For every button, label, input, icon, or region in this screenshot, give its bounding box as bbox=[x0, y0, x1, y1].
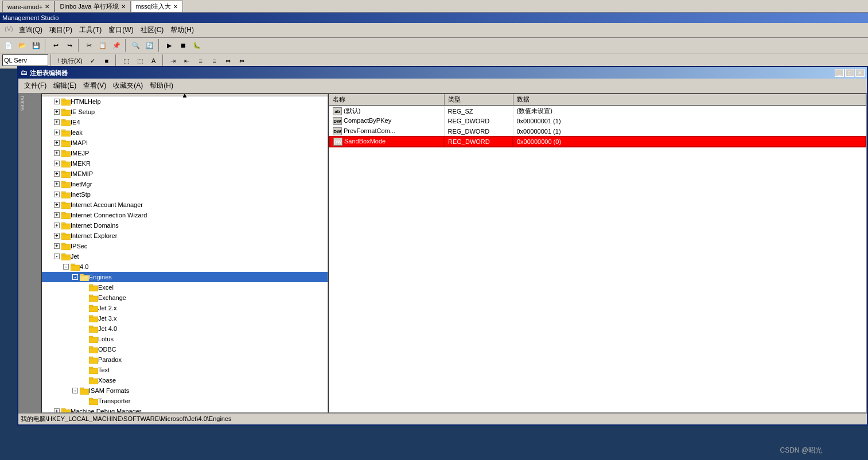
tb-stop2[interactable]: ■ bbox=[100, 54, 113, 67]
expander-inetmgr[interactable]: + bbox=[52, 180, 61, 189]
maximize-button[interactable]: □ bbox=[845, 69, 854, 77]
expander-ie[interactable]: + bbox=[52, 231, 61, 240]
inner-menu-view[interactable]: 查看(V) bbox=[80, 80, 110, 92]
expander-ie4[interactable]: + bbox=[52, 118, 61, 127]
tree-item-isam[interactable]: - ISAM Formats bbox=[42, 385, 328, 396]
tree-item-jet2x[interactable]: Jet 2.x bbox=[42, 303, 328, 313]
tb-debug[interactable]: 🐛 bbox=[190, 39, 203, 52]
expander-imejp[interactable]: + bbox=[52, 149, 61, 158]
expander-icw[interactable]: + bbox=[52, 210, 61, 220]
tab-3-close[interactable]: ✕ bbox=[173, 3, 178, 10]
expander-inetstp[interactable]: + bbox=[52, 190, 61, 199]
tree-item-iesetup[interactable]: + IE Setup bbox=[42, 107, 328, 117]
inner-menu-help[interactable]: 帮助(H) bbox=[146, 80, 177, 92]
tree-item-imemip[interactable]: + IMEMIP bbox=[42, 169, 328, 179]
tb-new[interactable]: 📄 bbox=[2, 39, 15, 52]
tree-item-inetmgr[interactable]: + InetMgr bbox=[42, 179, 328, 189]
expander-mdm[interactable]: + bbox=[52, 407, 61, 413]
inner-menu-favorites[interactable]: 收藏夹(A) bbox=[110, 80, 146, 92]
tb-btn-f[interactable]: ⇔ bbox=[236, 54, 248, 67]
tb-check[interactable]: ✓ bbox=[87, 54, 99, 67]
expander-htmlhelp[interactable]: + bbox=[52, 97, 61, 106]
menu-help[interactable]: 帮助(H) bbox=[167, 24, 197, 36]
tree-item-iam[interactable]: + Internet Account Manager bbox=[42, 200, 328, 210]
tree-item-imekr[interactable]: + IMEKR bbox=[42, 158, 328, 169]
tb-stop[interactable]: ⏹ bbox=[177, 39, 189, 52]
inner-menu-edit[interactable]: 编辑(E) bbox=[50, 80, 80, 92]
menu-tools[interactable]: 工具(T) bbox=[76, 24, 105, 36]
tb-execute[interactable]: ! 执行(X) bbox=[55, 54, 85, 67]
menu-project[interactable]: 项目(P) bbox=[46, 24, 76, 36]
tree-item-inetstp[interactable]: + InetStp bbox=[42, 189, 328, 200]
tb-paste[interactable]: 📌 bbox=[110, 39, 123, 52]
expander-iam[interactable]: + bbox=[52, 200, 61, 209]
menu-window[interactable]: 窗口(W) bbox=[105, 24, 137, 36]
expander-ieak[interactable]: + bbox=[52, 128, 61, 137]
tree-item-jet[interactable]: - Jet bbox=[42, 251, 328, 262]
tb-btn-d[interactable]: ≡ bbox=[208, 54, 221, 67]
expander-imapi[interactable]: + bbox=[52, 138, 61, 147]
expander-engines[interactable]: - bbox=[71, 272, 80, 282]
tree-item-ipsec[interactable]: + IPSec bbox=[42, 241, 328, 251]
tab-3[interactable]: mssql注入大 ✕ bbox=[131, 1, 184, 12]
tb-find[interactable]: 🔍 bbox=[130, 39, 142, 52]
tb-outdent[interactable]: ⇤ bbox=[181, 54, 193, 67]
tree-item-engines[interactable]: - Engines bbox=[42, 272, 328, 282]
tree-item-ie4[interactable]: + IE4 bbox=[42, 117, 328, 127]
tree-panel[interactable]: ▲ + HTMLHelp + IE Setup bbox=[41, 93, 328, 413]
tree-item-exchange[interactable]: Exchange bbox=[42, 293, 328, 303]
tb-run[interactable]: ▶ bbox=[163, 39, 176, 52]
tb-btn-a[interactable]: ⬚ bbox=[120, 54, 133, 67]
tree-item-text[interactable]: Text bbox=[42, 365, 328, 375]
expander-jet[interactable]: - bbox=[52, 252, 61, 261]
tb-copy[interactable]: 📋 bbox=[96, 39, 109, 52]
tab-1[interactable]: ware-amud+ ✕ bbox=[2, 1, 55, 12]
expander-imekr[interactable]: + bbox=[52, 159, 61, 168]
menu-query[interactable]: 查询(Q) bbox=[15, 24, 46, 36]
expander-40[interactable]: - bbox=[61, 262, 71, 271]
tb-btn-b[interactable]: ⬚ bbox=[134, 54, 146, 67]
inner-menu-file[interactable]: 文件(F) bbox=[21, 80, 50, 92]
tree-item-odbc[interactable]: ODBC bbox=[42, 344, 328, 354]
tree-item-40[interactable]: - 4.0 bbox=[42, 262, 328, 272]
table-row-3[interactable]: DWSandBoxModeREG_DWORD0x00000000 (0) bbox=[329, 137, 866, 147]
table-row-2[interactable]: DWPrevFormatCom...REG_DWORD0x00000001 (1… bbox=[329, 126, 866, 137]
menu-community[interactable]: 社区(C) bbox=[137, 24, 168, 36]
tb-open[interactable]: 📂 bbox=[16, 39, 29, 52]
tb-undo[interactable]: ↩ bbox=[49, 39, 62, 52]
tree-item-imejp[interactable]: + IMEJP bbox=[42, 148, 328, 158]
expander-imemip[interactable]: + bbox=[52, 169, 61, 178]
tb-btn-e[interactable]: ⇔ bbox=[222, 54, 235, 67]
tb-redo[interactable]: ↪ bbox=[63, 39, 76, 52]
table-row-0[interactable]: ab(默认)REG_SZ(数值未设置) bbox=[329, 106, 866, 116]
tb-replace[interactable]: 🔄 bbox=[143, 39, 156, 52]
expander-idomains[interactable]: + bbox=[52, 221, 61, 230]
expander-iesetup[interactable]: + bbox=[52, 107, 61, 116]
minimize-button[interactable]: _ bbox=[835, 69, 844, 77]
table-row-1[interactable]: DWCompactByPKeyREG_DWORD0x00000001 (1) bbox=[329, 116, 866, 126]
close-button[interactable]: ✕ bbox=[855, 69, 865, 77]
tree-item-xbase[interactable]: Xbase bbox=[42, 375, 328, 385]
tb-font[interactable]: A bbox=[147, 54, 160, 67]
tab-2-close[interactable]: ✕ bbox=[121, 3, 126, 10]
tree-item-imapi[interactable]: + IMAPI bbox=[42, 138, 328, 148]
tree-item-excel[interactable]: Excel bbox=[42, 282, 328, 293]
tree-item-icw[interactable]: + Internet Connection Wizard bbox=[42, 210, 328, 220]
tree-item-ieak[interactable]: + Ieak bbox=[42, 127, 328, 138]
tree-item-ie[interactable]: + Internet Explorer bbox=[42, 231, 328, 241]
tab-1-close[interactable]: ✕ bbox=[45, 3, 49, 10]
tree-item-jet3x[interactable]: Jet 3.x bbox=[42, 313, 328, 323]
tb-save[interactable]: 💾 bbox=[30, 39, 42, 52]
tb-cut[interactable]: ✂ bbox=[83, 39, 95, 52]
tree-item-idomains[interactable]: + Internet Domains bbox=[42, 220, 328, 231]
tree-item-transporter[interactable]: Transporter bbox=[42, 396, 328, 406]
tree-item-jet40[interactable]: Jet 4.0 bbox=[42, 323, 328, 334]
expander-isam[interactable]: - bbox=[71, 386, 80, 395]
tree-item-mdm[interactable]: + Machine Debug Manager bbox=[42, 406, 328, 413]
tb-btn-c[interactable]: ≡ bbox=[194, 54, 207, 67]
tab-2[interactable]: Dinbo Java 单行环境 ✕ bbox=[55, 1, 130, 12]
tb-indent[interactable]: ⇥ bbox=[167, 54, 180, 67]
sql-server-dropdown[interactable]: QL Serv bbox=[2, 54, 48, 66]
tree-item-paradox[interactable]: Paradox bbox=[42, 354, 328, 365]
tree-item-lotus[interactable]: Lotus bbox=[42, 334, 328, 344]
